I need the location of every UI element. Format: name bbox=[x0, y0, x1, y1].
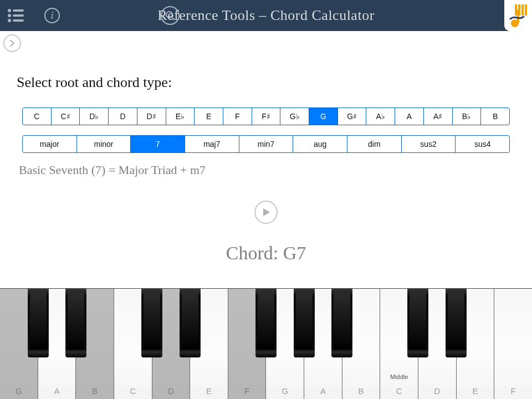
brand-logo[interactable] bbox=[504, 0, 532, 31]
key-label: G bbox=[282, 386, 288, 399]
black-key[interactable] bbox=[65, 289, 86, 357]
svg-point-2 bbox=[8, 14, 11, 17]
black-key[interactable] bbox=[141, 289, 162, 357]
black-key[interactable] bbox=[407, 289, 428, 357]
app-header: i Reference Tools – Chord Calculator bbox=[0, 0, 532, 31]
root-option[interactable]: D bbox=[108, 108, 137, 125]
prompt-text: Select root and chord type: bbox=[17, 74, 515, 91]
chord-type-option[interactable]: min7 bbox=[239, 136, 293, 152]
menu-icon[interactable] bbox=[6, 6, 25, 25]
svg-text:i: i bbox=[50, 10, 53, 21]
root-option[interactable]: B♭ bbox=[452, 108, 481, 125]
key-label: F bbox=[244, 386, 249, 399]
middle-c-label: Middle bbox=[390, 374, 408, 380]
piano-keyboard[interactable]: GABCDEFGABCMiddleDEF bbox=[0, 288, 532, 399]
root-option[interactable]: G♭ bbox=[280, 108, 309, 125]
key-label: B bbox=[359, 386, 364, 399]
root-option[interactable]: C bbox=[23, 108, 51, 125]
chord-type-option[interactable]: sus4 bbox=[455, 136, 509, 152]
svg-rect-13 bbox=[525, 4, 527, 16]
key-label: F bbox=[511, 386, 516, 399]
root-option[interactable]: A♭ bbox=[366, 108, 395, 125]
root-option[interactable]: F bbox=[223, 108, 252, 125]
svg-rect-3 bbox=[13, 14, 24, 17]
chord-description: Basic Seventh (7) = Major Triad + m7 bbox=[19, 163, 515, 177]
key-label: B bbox=[92, 386, 98, 399]
chord-type-option[interactable]: minor bbox=[76, 136, 131, 152]
page-title: Reference Tools – Chord Calculator bbox=[157, 0, 375, 31]
key-label: C bbox=[396, 386, 402, 399]
root-option[interactable]: D♭ bbox=[79, 108, 108, 125]
chord-type-option[interactable]: aug bbox=[293, 136, 347, 152]
key-label: A bbox=[320, 386, 326, 399]
play-wrapper bbox=[17, 201, 515, 224]
svg-rect-1 bbox=[13, 9, 24, 12]
chord-type-selector: majorminor7maj7min7augdimsus2sus4 bbox=[22, 135, 510, 153]
root-option[interactable]: G♯ bbox=[337, 108, 366, 125]
white-key[interactable]: F bbox=[494, 289, 532, 399]
key-label: E bbox=[206, 386, 212, 399]
root-selector: CC♯D♭DD♯E♭EFF♯G♭GG♯A♭AA♯B♭B bbox=[22, 108, 510, 125]
chord-type-option[interactable]: major bbox=[23, 136, 76, 152]
black-key[interactable] bbox=[446, 289, 467, 357]
svg-rect-5 bbox=[13, 19, 24, 22]
main-content: Select root and chord type: CC♯D♭DD♯E♭EF… bbox=[0, 52, 532, 264]
svg-rect-12 bbox=[521, 4, 524, 16]
svg-point-4 bbox=[8, 19, 11, 22]
root-option[interactable]: A bbox=[395, 108, 423, 125]
svg-marker-15 bbox=[263, 208, 270, 216]
play-button[interactable] bbox=[254, 201, 278, 224]
chord-label: Chord: G7 bbox=[17, 243, 515, 264]
key-label: E bbox=[473, 386, 478, 399]
key-label: G bbox=[16, 386, 22, 399]
black-key[interactable] bbox=[255, 289, 277, 357]
chord-type-option[interactable]: dim bbox=[347, 136, 401, 152]
root-option[interactable]: E bbox=[194, 108, 223, 125]
root-option[interactable]: F♯ bbox=[252, 108, 280, 125]
svg-rect-10 bbox=[515, 4, 517, 16]
root-option[interactable]: D♯ bbox=[137, 108, 166, 125]
key-label: D bbox=[434, 386, 440, 399]
root-option[interactable]: A♯ bbox=[423, 108, 452, 125]
root-option[interactable]: E♭ bbox=[166, 108, 195, 125]
chevron-right-icon[interactable] bbox=[3, 34, 21, 52]
root-option[interactable]: B bbox=[480, 108, 509, 125]
black-key[interactable] bbox=[28, 289, 49, 357]
black-key[interactable] bbox=[294, 289, 315, 357]
chord-type-option[interactable]: 7 bbox=[130, 136, 185, 152]
header-left-group: i bbox=[6, 6, 62, 25]
root-option[interactable]: G bbox=[309, 108, 337, 125]
root-option[interactable]: C♯ bbox=[51, 108, 80, 125]
key-label: D bbox=[168, 386, 174, 399]
key-label: C bbox=[130, 386, 136, 399]
expand-row bbox=[0, 31, 532, 52]
black-key[interactable] bbox=[180, 289, 201, 357]
chord-type-option[interactable]: sus2 bbox=[401, 136, 456, 152]
black-key[interactable] bbox=[331, 289, 352, 357]
chord-type-option[interactable]: maj7 bbox=[185, 136, 239, 152]
key-label: A bbox=[54, 386, 59, 399]
svg-point-0 bbox=[8, 9, 11, 12]
info-icon[interactable]: i bbox=[42, 6, 62, 25]
